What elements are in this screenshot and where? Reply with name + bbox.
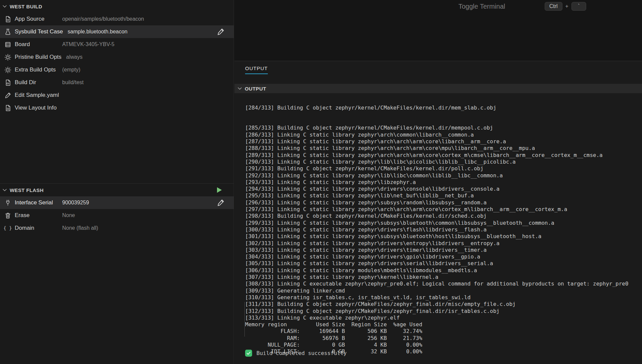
section-title: WEST BUILD xyxy=(10,4,42,9)
terminal-line: [297/313] Linking C static library zephy… xyxy=(245,206,642,213)
build-status-message: Build completed successfully xyxy=(256,350,347,356)
terminal-line: FLASH: 169644 B 506 KB 32.74% xyxy=(245,328,642,335)
terminal-line: [298/313] Building C object zephyr/kerne… xyxy=(245,213,642,219)
item-label: Edit Sample.yaml xyxy=(15,92,59,99)
item-label: Domain xyxy=(15,225,58,231)
terminal-line: [289/313] Linking C static library zephy… xyxy=(245,152,642,159)
chevron-down-icon xyxy=(2,4,7,9)
sidebar-item-extra-build-opts[interactable]: Extra Build Opts (empty) xyxy=(0,63,234,76)
file-lines-icon xyxy=(3,104,12,112)
pencil-icon xyxy=(3,91,12,99)
terminal-line: [300/313] Linking C static library zephy… xyxy=(245,226,642,233)
terminal-line: [285/313] Building C object zephyr/kerne… xyxy=(245,125,642,131)
terminal-line: [302/313] Linking C static library zephy… xyxy=(245,240,642,247)
item-label: Erase xyxy=(15,212,58,219)
section-header-west-build[interactable]: WEST BUILD xyxy=(0,0,234,13)
gear-icon xyxy=(3,53,12,61)
terminal-line: RAM: 56976 B 256 KB 21.73% xyxy=(245,335,642,342)
trash-icon xyxy=(3,211,12,219)
watermark-command-label: Toggle Terminal xyxy=(458,3,505,10)
item-value: build/test xyxy=(62,79,84,85)
output-section-header[interactable]: OUTPUT xyxy=(234,84,642,93)
sidebar-item-interface-serial[interactable]: Interface Serial 900039259 xyxy=(0,196,234,209)
terminal-line: [295/313] Linking C static library zephy… xyxy=(245,192,642,199)
item-value: ATMEVK-3405-YBV-5 xyxy=(62,41,114,47)
tab-output[interactable]: OUTPUT xyxy=(245,65,268,74)
sidebar-item-board[interactable]: Board ATMEVK-3405-YBV-5 xyxy=(0,38,234,51)
item-label: Build Dir xyxy=(15,79,58,86)
terminal-line: [286/313] Linking C static library zephy… xyxy=(245,132,642,138)
terminal-line: NULL_PAGE: 0 GB 4 KB 0.00% xyxy=(245,342,642,348)
item-value: sample.bluetooth.beacon xyxy=(68,29,127,35)
terminal-line: [303/313] Linking C static library zephy… xyxy=(245,247,642,253)
terminal-line: [299/313] Linking C static library zephy… xyxy=(245,220,642,226)
item-value: (empty) xyxy=(62,67,80,73)
sidebar-item-build-dir[interactable]: Build Dir build/test xyxy=(0,76,234,89)
terminal-line: [310/313] Generating isr_tables.c, isr_t… xyxy=(245,294,642,301)
gear-icon xyxy=(3,66,12,74)
edit-pencil-button[interactable] xyxy=(216,27,225,36)
item-label: Sysbuild Test Case xyxy=(15,28,63,35)
watermark-keys: Ctrl + ` xyxy=(545,2,586,11)
terminal-line: [308/313] Linking C executable zephyr\ze… xyxy=(245,281,642,287)
item-label: Interface Serial xyxy=(15,199,58,206)
check-icon xyxy=(245,350,252,357)
sidebar-item-app-source[interactable]: App Source openair/samples/bluetooth/bea… xyxy=(0,13,234,25)
terminal-output: [284/313] Building C object zephyr/kerne… xyxy=(245,91,642,364)
table-guide-line xyxy=(244,302,245,337)
item-label: View Layout Info xyxy=(15,105,58,111)
terminal-line: [309/313] Generating linker.cmd xyxy=(245,288,642,294)
sidebar: WEST BUILD App Source openair/samples/bl… xyxy=(0,0,234,364)
terminal-line: [311/313] Building C object zephyr/CMake… xyxy=(245,301,642,308)
item-value: 900039259 xyxy=(62,200,89,206)
edit-pencil-button[interactable] xyxy=(216,198,225,207)
terminal-line: [288/313] Linking C static library zephy… xyxy=(245,145,642,152)
item-value: None (flash all) xyxy=(62,225,98,231)
terminal-lines: [285/313] Building C object zephyr/kerne… xyxy=(245,125,642,355)
sidebar-item-erase[interactable]: Erase None xyxy=(0,209,234,222)
sidebar-item-view-layout-info[interactable]: View Layout Info xyxy=(0,102,234,114)
terminal-line: [296/313] Linking C static library zephy… xyxy=(245,199,642,206)
board-icon xyxy=(3,40,12,48)
file-code-icon xyxy=(3,15,12,23)
sidebar-item-sysbuild-test-case[interactable]: Sysbuild Test Case sample.bluetooth.beac… xyxy=(0,25,234,38)
editor-area: Toggle Terminal Ctrl + ` xyxy=(234,0,642,61)
item-label: Pristine Build Opts xyxy=(15,54,62,60)
item-label: Board xyxy=(15,41,58,48)
section-title: WEST FLASH xyxy=(10,187,44,193)
kbd-ctrl: Ctrl xyxy=(545,2,562,11)
flash-run-button[interactable] xyxy=(215,186,223,194)
output-section-title: OUTPUT xyxy=(245,86,266,92)
terminal-line: [301/313] Linking C static library zephy… xyxy=(245,233,642,240)
kbd-backtick: ` xyxy=(571,2,586,11)
output-panel: OUTPUT OUTPUT [284/313] Building C objec… xyxy=(234,61,642,364)
sidebar-item-domain[interactable]: { } Domain None (flash all) xyxy=(0,222,234,234)
item-value: openair/samples/bluetooth/beacon xyxy=(62,16,144,22)
terminal-line: [293/313] Linking C static library zephy… xyxy=(245,179,642,186)
braces-icon: { } xyxy=(3,224,12,232)
item-label: App Source xyxy=(15,16,58,22)
keybinding-watermark: Toggle Terminal Ctrl + ` xyxy=(458,2,586,11)
terminal-line: [291/313] Building C object zephyr/kerne… xyxy=(245,165,642,172)
plug-icon xyxy=(3,199,12,207)
terminal-line: [306/313] Linking C static library modul… xyxy=(245,267,642,274)
chevron-down-icon xyxy=(2,187,7,193)
section-header-west-flash[interactable]: WEST FLASH xyxy=(0,183,234,196)
terminal-line: [304/313] Linking C static library zephy… xyxy=(245,253,642,260)
terminal-line: Memory region Used Size Region Size %age… xyxy=(245,321,642,328)
item-value: always xyxy=(66,54,83,60)
kbd-plus-separator: + xyxy=(565,3,568,9)
sidebar-item-edit-sample-yaml[interactable]: Edit Sample.yaml xyxy=(0,89,234,102)
terminal-line: [305/313] Linking C static library zephy… xyxy=(245,260,642,267)
item-value: None xyxy=(62,212,75,218)
build-status-row: Build completed successfully xyxy=(245,350,347,357)
terminal-line: [294/313] Linking C static library zephy… xyxy=(245,186,642,192)
terminal-line-clipped: [284/313] Building C object zephyr/kerne… xyxy=(245,105,642,111)
chevron-down-icon xyxy=(237,86,242,91)
terminal-line: [292/313] Linking C static library zephy… xyxy=(245,172,642,179)
terminal-line: [287/313] Linking C static library zephy… xyxy=(245,138,642,145)
sidebar-item-pristine-build-opts[interactable]: Pristine Build Opts always xyxy=(0,51,234,63)
terminal-line: [290/313] Linking C static library zephy… xyxy=(245,159,642,165)
terminal-line: [312/313] Building C object zephyr/CMake… xyxy=(245,308,642,315)
terminal-line: [307/313] Linking C static library zephy… xyxy=(245,274,642,281)
